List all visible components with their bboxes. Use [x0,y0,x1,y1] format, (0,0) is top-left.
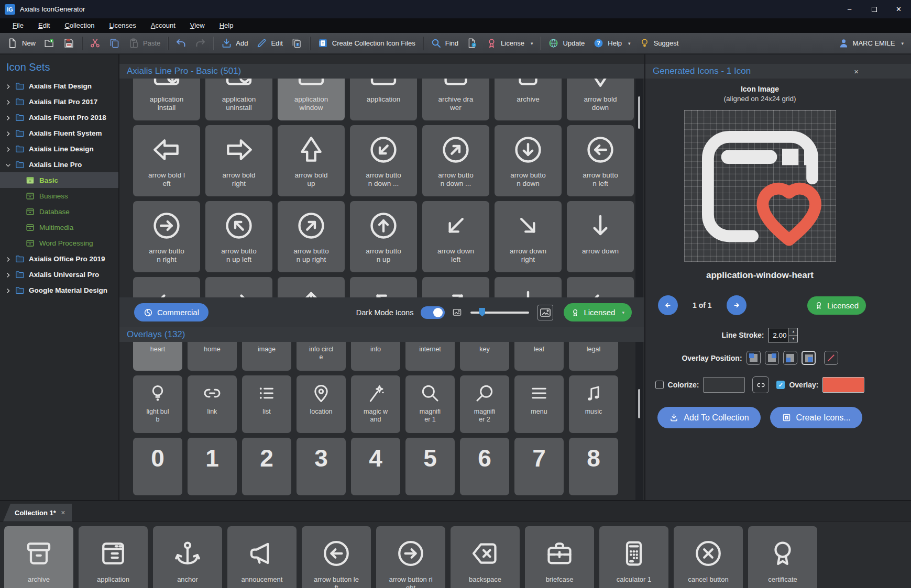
chevron-collapsed-icon[interactable] [5,287,12,294]
icon-tile-link[interactable]: link [188,375,237,433]
create-icons-button[interactable]: T Create Icons... [770,407,862,428]
icon-tile[interactable] [567,277,634,297]
new-doc-toolbar-button[interactable]: New [3,36,40,51]
icon-tile[interactable] [133,277,200,297]
icon-tile-menu[interactable]: menu [514,375,564,433]
scrollbar-thumb[interactable] [638,96,640,129]
sidebar-item-axialis-fluent-pro-2018[interactable]: Axialis Fluent Pro 2018 [0,109,118,125]
overlay-position-top-right-button[interactable] [765,351,779,365]
collection-tile-application[interactable]: application [79,526,148,588]
slider-thumb[interactable] [479,308,485,317]
vertical-scrollbar[interactable] [635,79,643,297]
dark-mode-toggle[interactable] [421,306,445,319]
menu-item-collection[interactable]: Collection [57,18,102,33]
open-folder-toolbar-button[interactable] [40,36,59,51]
link-colors-button[interactable] [752,376,769,393]
collection-tile-cancel-button[interactable]: cancel button [674,526,743,588]
spin-down-icon[interactable]: ▼ [789,336,797,342]
sidebar-item-word-processing[interactable]: Word Processing [0,235,118,251]
sidebar-item-multimedia[interactable]: Multimedia [0,219,118,235]
icon-tile-arrow-bold-up[interactable]: arrow bold up [278,125,345,196]
icon-tile-music[interactable]: music [569,375,618,433]
user-toolbar-button[interactable]: MARC EMILE▾ [834,36,908,51]
menu-item-help[interactable]: Help [212,18,241,33]
add-to-collection-button[interactable]: Add To Collection [657,407,760,428]
doc-info-toolbar-button[interactable]: i [463,36,482,51]
collection-tile-arrow-button-left[interactable]: arrow button left [302,526,371,588]
chevron-down-icon[interactable]: ▾ [901,41,904,46]
icon-tile-arrow-bold-right[interactable]: arrow bold right [205,125,272,196]
collection-tile-annoucement[interactable]: annoucement [227,526,297,588]
chevron-collapsed-icon[interactable] [5,130,12,137]
icon-tile-info-circle[interactable]: info circle [297,342,346,371]
undo-toolbar-button[interactable] [171,36,191,51]
maximize-button[interactable] [862,0,886,18]
chevron-collapsed-icon[interactable] [5,114,12,121]
chevron-collapsed-icon[interactable] [5,271,12,278]
previous-icon-button[interactable] [658,295,678,315]
sidebar-item-axialis-universal-pro[interactable]: Axialis Universal Pro [0,267,118,282]
icon-tile-digit-3[interactable]: 3 [297,438,346,495]
overlay-position-none-button[interactable] [824,351,838,365]
collection-tile-calculator-1[interactable]: calculator 1 [599,526,668,588]
icon-tile-arrow-button-down[interactable]: arrow button down [495,125,562,196]
license-toolbar-button[interactable]: License▾ [482,36,537,51]
icon-tile-application-install[interactable]: application install [133,79,200,120]
icon-tile-magnifier-2[interactable]: magnifier 2 [460,375,509,433]
suggest-toolbar-button[interactable]: Suggest [635,36,683,51]
overlay-position-top-left-button[interactable] [747,351,761,365]
icon-tile-heart[interactable]: heart [133,342,182,371]
icon-tile-archive[interactable]: archive [495,79,562,120]
icon-tile-arrow-down-right[interactable]: arrow down right [495,201,562,272]
chevron-down-icon[interactable]: ▾ [531,41,533,46]
collection-tile-archive[interactable]: archive [4,526,73,588]
icon-size-slider[interactable] [470,312,529,314]
colorize-checkbox[interactable] [655,381,664,389]
icon-tile-arrow-button-right[interactable]: arrow button right [133,201,200,272]
create-collection-toolbar-button[interactable]: TCreate Collection Icon Files [313,36,420,51]
sidebar-item-axialis-flat-design[interactable]: Axialis Flat Design [0,78,118,94]
copy-collection-toolbar-button[interactable]: T [287,36,306,51]
menu-item-edit[interactable]: Edit [31,18,57,33]
icon-tile-arrow-down[interactable]: arrow down [567,201,634,272]
close-panel-icon[interactable]: × [854,67,859,76]
sidebar-item-basic[interactable]: Basic [0,172,118,188]
icon-tile-internet[interactable]: internet [405,342,455,371]
icon-tile-arrow-bold-down[interactable]: arrow bold down [567,79,634,120]
menu-item-licenses[interactable]: Licenses [102,18,143,33]
collection-tile-certificate[interactable]: certificate [748,526,817,588]
icon-tile[interactable] [422,277,489,297]
licensed-badge-button[interactable]: Licensed [807,296,866,315]
chevron-collapsed-icon[interactable] [5,98,12,105]
icon-tile-digit-4[interactable]: 4 [351,438,400,495]
icon-tile-arrow-down-left[interactable]: arrow down left [422,201,489,272]
close-button[interactable]: ✕ [886,0,911,18]
collection-tile-anchor[interactable]: anchor [153,526,222,588]
icon-tile-location[interactable]: location [297,375,346,433]
icon-tile-arrow-bold-left[interactable]: arrow bold left [133,125,200,196]
icon-tile-home[interactable]: home [188,342,237,371]
icon-tile-arrow-button-up[interactable]: arrow button up [350,201,417,272]
add-toolbar-button[interactable]: Add [217,36,252,51]
icon-tile[interactable] [350,277,417,297]
icon-tile-digit-5[interactable]: 5 [405,438,455,495]
sidebar-item-axialis-fluent-system[interactable]: Axialis Fluent System [0,125,118,141]
minimize-button[interactable]: – [837,0,862,18]
sidebar-item-business[interactable]: Business [0,188,118,204]
overlay-position-bottom-left-button[interactable] [783,351,797,365]
icon-tile-image[interactable]: image [242,342,291,371]
edit-toolbar-button[interactable]: Edit [252,36,287,51]
icon-tile[interactable] [495,277,562,297]
collection-tile-backspace[interactable]: backspace [451,526,520,588]
sidebar-item-database[interactable]: Database [0,204,118,219]
cut-toolbar-button[interactable] [85,36,105,51]
icon-tile-magnifier-1[interactable]: magnifier 1 [405,375,455,433]
icon-tile-key[interactable]: key [460,342,509,371]
chevron-collapsed-icon[interactable] [5,146,12,152]
icon-tile-arrow-button-down-[interactable]: arrow button down ... [350,125,417,196]
sidebar-item-google-material-design[interactable]: Google Material Design [0,282,118,298]
sidebar-item-axialis-flat-pro-2017[interactable]: Axialis Flat Pro 2017 [0,94,118,109]
update-toolbar-button[interactable]: Update [544,36,589,51]
icon-tile-info[interactable]: info [351,342,400,371]
icon-tile[interactable] [278,277,345,297]
